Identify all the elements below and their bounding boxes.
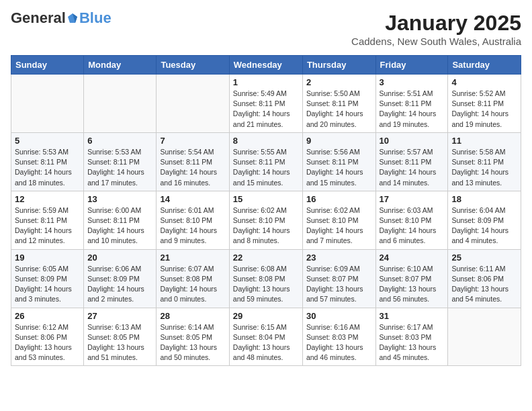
logo-blue-text: Blue bbox=[79, 11, 112, 26]
day-info: Sunrise: 5:59 AM Sunset: 8:11 PM Dayligh… bbox=[15, 205, 80, 246]
day-info: Sunrise: 6:17 AM Sunset: 8:03 PM Dayligh… bbox=[380, 322, 445, 363]
day-info: Sunrise: 6:16 AM Sunset: 8:03 PM Dayligh… bbox=[306, 322, 372, 363]
day-info: Sunrise: 6:00 AM Sunset: 8:11 PM Dayligh… bbox=[87, 205, 152, 246]
day-info: Sunrise: 5:55 AM Sunset: 8:11 PM Dayligh… bbox=[233, 147, 299, 188]
day-number: 10 bbox=[380, 136, 445, 146]
calendar-header-friday: Friday bbox=[375, 56, 448, 75]
day-info: Sunrise: 6:02 AM Sunset: 8:10 PM Dayligh… bbox=[306, 205, 372, 246]
calendar-cell: 12Sunrise: 5:59 AM Sunset: 8:11 PM Dayli… bbox=[11, 191, 84, 249]
day-number: 14 bbox=[160, 194, 225, 204]
day-info: Sunrise: 6:14 AM Sunset: 8:05 PM Dayligh… bbox=[160, 322, 225, 363]
day-number: 23 bbox=[306, 253, 372, 263]
day-info: Sunrise: 6:01 AM Sunset: 8:10 PM Dayligh… bbox=[160, 205, 225, 246]
day-info: Sunrise: 6:15 AM Sunset: 8:04 PM Dayligh… bbox=[233, 322, 299, 363]
calendar-cell: 17Sunrise: 6:03 AM Sunset: 8:10 PM Dayli… bbox=[375, 191, 448, 249]
day-info: Sunrise: 5:49 AM Sunset: 8:11 PM Dayligh… bbox=[233, 89, 299, 130]
logo-general-text: General bbox=[11, 11, 66, 26]
calendar-header-monday: Monday bbox=[84, 56, 157, 75]
day-info: Sunrise: 5:53 AM Sunset: 8:11 PM Dayligh… bbox=[87, 147, 152, 188]
calendar-cell: 8Sunrise: 5:55 AM Sunset: 8:11 PM Daylig… bbox=[229, 132, 302, 191]
day-info: Sunrise: 6:12 AM Sunset: 8:06 PM Dayligh… bbox=[15, 322, 80, 363]
day-info: Sunrise: 6:07 AM Sunset: 8:08 PM Dayligh… bbox=[160, 264, 225, 305]
calendar-cell: 9Sunrise: 5:56 AM Sunset: 8:11 PM Daylig… bbox=[302, 132, 375, 191]
day-info: Sunrise: 6:09 AM Sunset: 8:07 PM Dayligh… bbox=[306, 264, 372, 305]
day-info: Sunrise: 6:08 AM Sunset: 8:08 PM Dayligh… bbox=[233, 264, 299, 305]
calendar-table: SundayMondayTuesdayWednesdayThursdayFrid… bbox=[11, 55, 521, 366]
calendar-week-row: 5Sunrise: 5:53 AM Sunset: 8:11 PM Daylig… bbox=[11, 132, 521, 191]
day-number: 5 bbox=[15, 136, 80, 146]
day-number: 13 bbox=[87, 194, 152, 204]
calendar-cell: 23Sunrise: 6:09 AM Sunset: 8:07 PM Dayli… bbox=[302, 249, 375, 308]
calendar-cell: 24Sunrise: 6:10 AM Sunset: 8:07 PM Dayli… bbox=[375, 249, 448, 308]
day-number: 30 bbox=[306, 311, 372, 321]
day-number: 11 bbox=[451, 136, 517, 146]
calendar-cell: 31Sunrise: 6:17 AM Sunset: 8:03 PM Dayli… bbox=[375, 308, 448, 366]
day-number: 9 bbox=[306, 136, 372, 146]
day-number: 19 bbox=[15, 253, 80, 263]
calendar-header-saturday: Saturday bbox=[448, 56, 521, 75]
calendar-cell: 2Sunrise: 5:50 AM Sunset: 8:11 PM Daylig… bbox=[302, 75, 375, 133]
page-header: General Blue January 2025 Caddens, New S… bbox=[11, 11, 521, 47]
calendar-cell: 22Sunrise: 6:08 AM Sunset: 8:08 PM Dayli… bbox=[229, 249, 302, 308]
calendar-cell: 19Sunrise: 6:05 AM Sunset: 8:09 PM Dayli… bbox=[11, 249, 84, 308]
day-number: 12 bbox=[15, 194, 80, 204]
logo: General Blue bbox=[11, 11, 112, 26]
calendar-cell: 20Sunrise: 6:06 AM Sunset: 8:09 PM Dayli… bbox=[84, 249, 157, 308]
day-info: Sunrise: 5:57 AM Sunset: 8:11 PM Dayligh… bbox=[380, 147, 445, 188]
calendar-header-row: SundayMondayTuesdayWednesdayThursdayFrid… bbox=[11, 56, 521, 75]
day-number: 7 bbox=[160, 136, 225, 146]
calendar-header-sunday: Sunday bbox=[11, 56, 84, 75]
day-number: 21 bbox=[160, 253, 225, 263]
day-number: 6 bbox=[87, 136, 152, 146]
day-number: 4 bbox=[451, 77, 517, 87]
calendar-cell: 10Sunrise: 5:57 AM Sunset: 8:11 PM Dayli… bbox=[375, 132, 448, 191]
title-block: January 2025 Caddens, New South Wales, A… bbox=[351, 11, 521, 47]
calendar-week-row: 1Sunrise: 5:49 AM Sunset: 8:11 PM Daylig… bbox=[11, 75, 521, 133]
day-number: 18 bbox=[451, 194, 517, 204]
day-number: 26 bbox=[15, 311, 80, 321]
calendar-cell bbox=[11, 75, 84, 133]
day-info: Sunrise: 5:52 AM Sunset: 8:11 PM Dayligh… bbox=[451, 89, 517, 130]
day-info: Sunrise: 5:51 AM Sunset: 8:11 PM Dayligh… bbox=[380, 89, 445, 130]
day-number: 3 bbox=[380, 77, 445, 87]
calendar-cell: 6Sunrise: 5:53 AM Sunset: 8:11 PM Daylig… bbox=[84, 132, 157, 191]
calendar-week-row: 19Sunrise: 6:05 AM Sunset: 8:09 PM Dayli… bbox=[11, 249, 521, 308]
calendar-cell: 29Sunrise: 6:15 AM Sunset: 8:04 PM Dayli… bbox=[229, 308, 302, 366]
calendar-cell: 27Sunrise: 6:13 AM Sunset: 8:05 PM Dayli… bbox=[84, 308, 157, 366]
day-info: Sunrise: 6:02 AM Sunset: 8:10 PM Dayligh… bbox=[233, 205, 299, 246]
day-number: 22 bbox=[233, 253, 299, 263]
day-number: 27 bbox=[87, 311, 152, 321]
calendar-cell: 11Sunrise: 5:58 AM Sunset: 8:11 PM Dayli… bbox=[448, 132, 521, 191]
calendar-cell: 14Sunrise: 6:01 AM Sunset: 8:10 PM Dayli… bbox=[157, 191, 229, 249]
calendar-week-row: 26Sunrise: 6:12 AM Sunset: 8:06 PM Dayli… bbox=[11, 308, 521, 366]
calendar-cell: 28Sunrise: 6:14 AM Sunset: 8:05 PM Dayli… bbox=[157, 308, 229, 366]
calendar-cell: 18Sunrise: 6:04 AM Sunset: 8:09 PM Dayli… bbox=[448, 191, 521, 249]
calendar-cell: 26Sunrise: 6:12 AM Sunset: 8:06 PM Dayli… bbox=[11, 308, 84, 366]
day-number: 17 bbox=[380, 194, 445, 204]
day-number: 2 bbox=[306, 77, 372, 87]
day-number: 28 bbox=[160, 311, 225, 321]
calendar-week-row: 12Sunrise: 5:59 AM Sunset: 8:11 PM Dayli… bbox=[11, 191, 521, 249]
calendar-cell bbox=[157, 75, 229, 133]
day-info: Sunrise: 6:03 AM Sunset: 8:10 PM Dayligh… bbox=[380, 205, 445, 246]
calendar-header-tuesday: Tuesday bbox=[157, 56, 229, 75]
calendar-header-thursday: Thursday bbox=[302, 56, 375, 75]
day-number: 15 bbox=[233, 194, 299, 204]
calendar-header-wednesday: Wednesday bbox=[229, 56, 302, 75]
calendar-cell: 13Sunrise: 6:00 AM Sunset: 8:11 PM Dayli… bbox=[84, 191, 157, 249]
day-number: 8 bbox=[233, 136, 299, 146]
day-number: 31 bbox=[380, 311, 445, 321]
day-number: 20 bbox=[87, 253, 152, 263]
day-info: Sunrise: 5:50 AM Sunset: 8:11 PM Dayligh… bbox=[306, 89, 372, 130]
calendar-cell: 16Sunrise: 6:02 AM Sunset: 8:10 PM Dayli… bbox=[302, 191, 375, 249]
day-info: Sunrise: 6:05 AM Sunset: 8:09 PM Dayligh… bbox=[15, 264, 80, 305]
calendar-cell bbox=[84, 75, 157, 133]
day-info: Sunrise: 6:06 AM Sunset: 8:09 PM Dayligh… bbox=[87, 264, 152, 305]
logo-flag-icon bbox=[66, 12, 79, 24]
day-info: Sunrise: 6:13 AM Sunset: 8:05 PM Dayligh… bbox=[87, 322, 152, 363]
month-title: January 2025 bbox=[351, 11, 521, 36]
day-number: 16 bbox=[306, 194, 372, 204]
day-info: Sunrise: 6:04 AM Sunset: 8:09 PM Dayligh… bbox=[451, 205, 517, 246]
day-info: Sunrise: 5:58 AM Sunset: 8:11 PM Dayligh… bbox=[451, 147, 517, 188]
day-info: Sunrise: 5:56 AM Sunset: 8:11 PM Dayligh… bbox=[306, 147, 372, 188]
